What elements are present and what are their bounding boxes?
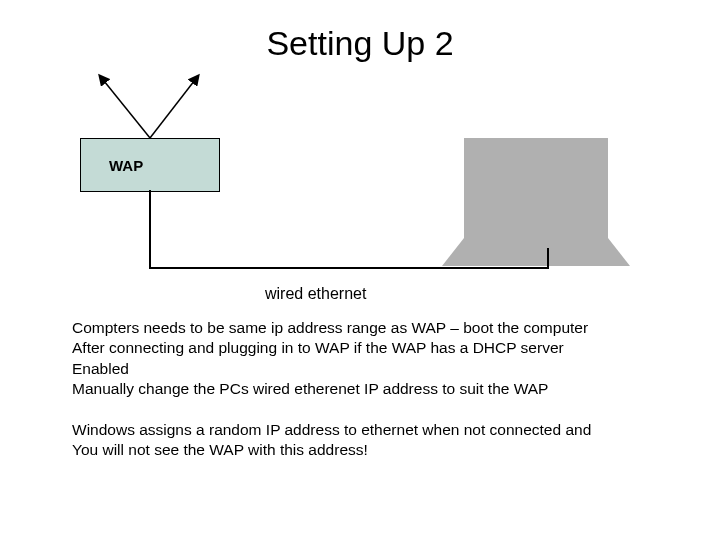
wap-antenna-icon xyxy=(90,68,210,140)
para1-line2: After connecting and plugging in to WAP … xyxy=(72,338,662,358)
page-title: Setting Up 2 xyxy=(0,24,720,63)
para1-line3: Enabled xyxy=(72,359,662,379)
body-text: Compters needs to be same ip address ran… xyxy=(72,318,662,461)
para2-line1: Windows assigns a random IP address to e… xyxy=(72,420,662,440)
svg-line-1 xyxy=(150,76,198,138)
para1-line1: Compters needs to be same ip address ran… xyxy=(72,318,662,338)
ethernet-cable-icon xyxy=(148,188,578,278)
svg-line-0 xyxy=(100,76,150,138)
wap-label: WAP xyxy=(109,157,143,174)
cable-label: wired ethernet xyxy=(265,285,366,303)
para1-line4: Manually change the PCs wired etherenet … xyxy=(72,379,662,399)
para2-line2: You will not see the WAP with this addre… xyxy=(72,440,662,460)
wap-box: WAP xyxy=(80,138,220,192)
